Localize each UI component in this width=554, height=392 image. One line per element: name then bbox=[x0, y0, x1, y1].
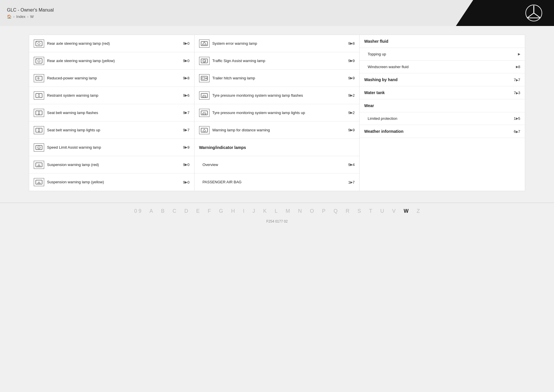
list-item[interactable]: Limited protection 1▶5 bbox=[360, 112, 525, 125]
list-item[interactable]: Restraint system warning lamp 9▶6 bbox=[29, 87, 194, 104]
warning-lamp-icon bbox=[199, 126, 209, 134]
item-label: Seat belt warning lamp lights up bbox=[47, 128, 180, 133]
list-item[interactable]: ! System error warning lamp 9▶8 bbox=[194, 35, 360, 52]
breadcrumb: 🏠 › Index › W bbox=[7, 14, 449, 19]
svg-rect-38 bbox=[201, 94, 207, 98]
section-washing-by-hand[interactable]: Washing by hand 7▶7 bbox=[360, 73, 525, 86]
nav-letter-z[interactable]: Z bbox=[417, 208, 420, 214]
svg-text:!: ! bbox=[204, 43, 204, 45]
warning-lamp-icon bbox=[34, 178, 44, 186]
section-title: Wear bbox=[364, 103, 374, 108]
breadcrumb-sep2: › bbox=[27, 14, 28, 19]
list-item[interactable]: Warning lamp for distance warning 9▶9 bbox=[194, 122, 360, 139]
breadcrumb-index[interactable]: Index bbox=[16, 14, 25, 19]
breadcrumb-sep1: › bbox=[13, 14, 14, 19]
warning-lamp-icon: ! bbox=[199, 92, 209, 100]
document-code: F254 0177 02 bbox=[0, 219, 554, 226]
nav-letter-w[interactable]: W bbox=[404, 208, 409, 214]
svg-rect-1 bbox=[36, 41, 42, 46]
item-label: Tyre pressure monitoring system warning … bbox=[212, 110, 345, 115]
item-page: 1▶5 bbox=[514, 116, 520, 121]
warning-lamp-icon bbox=[34, 74, 44, 82]
warning-lamp-icon: km bbox=[34, 143, 44, 152]
list-item[interactable]: Rear axle steering warning lamp (yellow)… bbox=[29, 52, 194, 70]
list-item[interactable]: km Speed Limit Assist warning lamp 9▶9 bbox=[29, 139, 194, 156]
item-label: Suspension warning lamp (red) bbox=[47, 162, 180, 167]
svg-point-5 bbox=[38, 60, 40, 62]
item-page: 9▶8 bbox=[183, 76, 189, 80]
home-icon[interactable]: 🏠 bbox=[7, 14, 12, 19]
list-item[interactable]: Reduced-power warning lamp 9▶8 bbox=[29, 70, 194, 87]
item-page: 9▶9 bbox=[348, 76, 355, 80]
nav-letter-f[interactable]: F bbox=[208, 208, 211, 214]
list-item[interactable]: Overview 9▶4 bbox=[194, 156, 360, 173]
item-page: 9▶0 bbox=[183, 180, 189, 184]
item-label: PASSENGER AIR BAG bbox=[203, 180, 345, 185]
nav-letter-r[interactable]: R bbox=[346, 208, 349, 214]
svg-line-12 bbox=[38, 113, 39, 115]
item-page: 9▶9 bbox=[183, 145, 189, 150]
nav-letter-q[interactable]: Q bbox=[334, 208, 338, 214]
nav-letter-d[interactable]: D bbox=[184, 208, 188, 214]
list-item[interactable]: Rear axle steering warning lamp (red) 9▶… bbox=[29, 35, 194, 52]
item-page: 9▶7 bbox=[183, 128, 189, 132]
column-3: Washer fluid Topping up ▶ Windscreen was… bbox=[360, 35, 525, 191]
list-item[interactable]: Suspension warning lamp (red) 9▶0 bbox=[29, 156, 194, 173]
warning-lamp-icon bbox=[34, 57, 44, 65]
nav-letter-p[interactable]: P bbox=[322, 208, 325, 214]
nav-letter-t[interactable]: T bbox=[369, 208, 372, 214]
list-item[interactable]: Topping up ▶ bbox=[360, 48, 525, 61]
svg-rect-29 bbox=[201, 42, 207, 46]
warning-lamp-icon bbox=[34, 161, 44, 169]
nav-letter-o[interactable]: O bbox=[310, 208, 314, 214]
nav-letter-u[interactable]: U bbox=[380, 208, 384, 214]
list-item[interactable]: Seat belt warning lamp lights up 9▶7 bbox=[29, 122, 194, 139]
nav-letter-m[interactable]: M bbox=[286, 208, 290, 214]
svg-point-11 bbox=[38, 111, 40, 113]
nav-letter-e[interactable]: E bbox=[196, 208, 200, 214]
list-item[interactable]: Suspension warning lamp (yellow) 9▶0 bbox=[29, 173, 194, 191]
list-item[interactable]: Windscreen washer fluid ▶8 bbox=[360, 61, 525, 73]
nav-letter-c[interactable]: C bbox=[173, 208, 176, 214]
section-weather-information[interactable]: Weather information 6▶7 bbox=[360, 125, 525, 138]
svg-rect-4 bbox=[36, 59, 42, 63]
svg-point-9 bbox=[38, 94, 40, 95]
nav-letter-l[interactable]: L bbox=[275, 208, 278, 214]
list-item[interactable]: ! Tyre pressure monitoring system warnin… bbox=[194, 104, 360, 122]
list-item[interactable]: Trailer hitch warning lamp 9▶9 bbox=[194, 70, 360, 87]
nav-letter-h[interactable]: H bbox=[231, 208, 235, 214]
nav-letter-j[interactable]: J bbox=[252, 208, 255, 214]
nav-letter-a[interactable]: A bbox=[149, 208, 153, 214]
item-page: 9▶2 bbox=[348, 93, 355, 98]
warning-lamp-icon: ! bbox=[199, 40, 209, 48]
nav-letter-09[interactable]: 0 9 bbox=[134, 208, 141, 214]
column-2: ! System error warning lamp 9▶8 30 Traff… bbox=[194, 35, 360, 191]
item-label: Traffic Sign Assist warning lamp bbox=[212, 58, 345, 64]
item-label: Topping up bbox=[368, 52, 515, 56]
svg-line-17 bbox=[39, 130, 40, 132]
breadcrumb-w[interactable]: W bbox=[30, 14, 34, 19]
list-item[interactable]: ! Tyre pressure monitoring system warnin… bbox=[194, 87, 360, 104]
nav-letter-v[interactable]: V bbox=[392, 208, 396, 214]
nav-letter-i[interactable]: I bbox=[243, 208, 244, 214]
item-page: 1▶7 bbox=[348, 180, 355, 184]
list-item[interactable]: 30 Traffic Sign Assist warning lamp 9▶9 bbox=[194, 52, 360, 70]
nav-letter-k[interactable]: K bbox=[263, 208, 267, 214]
section-water-tank[interactable]: Water tank 7▶3 bbox=[360, 86, 525, 99]
nav-letter-g[interactable]: G bbox=[219, 208, 223, 214]
section-wear: Wear bbox=[360, 99, 525, 112]
svg-rect-35 bbox=[202, 77, 205, 79]
warning-lamp-icon bbox=[34, 109, 44, 117]
item-page: ▶8 bbox=[516, 65, 520, 69]
item-page: 9▶6 bbox=[183, 93, 189, 98]
svg-text:30: 30 bbox=[203, 60, 205, 62]
item-page: 7▶3 bbox=[514, 91, 520, 95]
nav-letter-s[interactable]: S bbox=[358, 208, 361, 214]
item-page: 9▶0 bbox=[183, 41, 189, 46]
section-title: Water tank bbox=[364, 90, 514, 95]
list-item[interactable]: PASSENGER AIR BAG 1▶7 bbox=[194, 173, 360, 191]
list-item[interactable]: Seat belt warning lamp flashes 9▶7 bbox=[29, 104, 194, 122]
nav-letter-b[interactable]: B bbox=[161, 208, 164, 214]
mercedes-logo bbox=[525, 4, 542, 22]
nav-letter-n[interactable]: N bbox=[298, 208, 302, 214]
